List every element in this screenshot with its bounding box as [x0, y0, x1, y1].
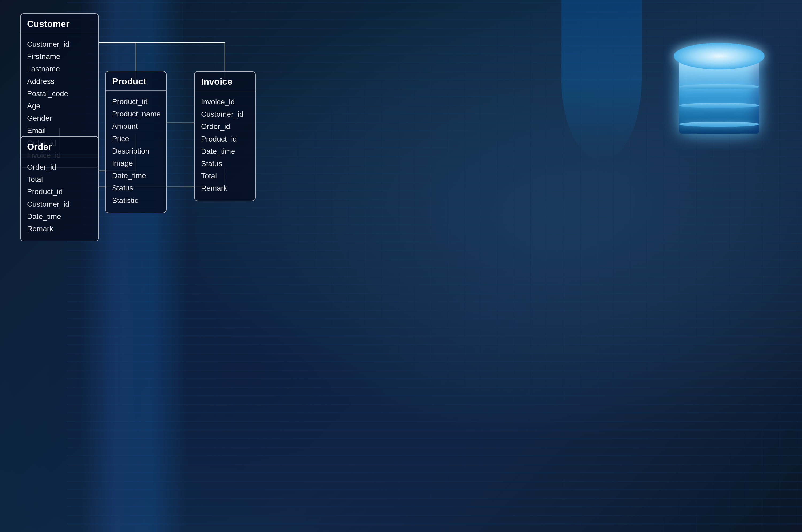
cylinder-ring-3 — [679, 121, 759, 127]
database-cylinder-icon — [674, 43, 765, 144]
product-field-8: Statistic — [112, 194, 160, 207]
product-box: Product Product_id Product_name Amount P… — [105, 71, 167, 213]
order-box: Order Order_id Total Product_id Customer… — [20, 136, 99, 242]
order-fields: Order_id Total Product_id Customer_id Da… — [21, 156, 98, 241]
order-title: Order — [21, 137, 98, 156]
customer-field-5: Age — [27, 100, 92, 112]
order-field-0: Order_id — [27, 161, 92, 173]
customer-field-0: Customer_id — [27, 38, 92, 51]
customer-field-6: Gender — [27, 112, 92, 125]
invoice-field-6: Total — [201, 170, 249, 182]
invoice-field-1: Customer_id — [201, 108, 249, 120]
invoice-fields: Invoice_id Customer_id Order_id Product_… — [195, 91, 255, 201]
customer-field-7: Email — [27, 125, 92, 137]
product-field-1: Product_name — [112, 108, 160, 120]
invoice-field-4: Date_time — [201, 145, 249, 157]
cylinder-top — [674, 43, 765, 70]
invoice-title: Invoice — [195, 72, 255, 91]
order-field-3: Customer_id — [27, 198, 92, 210]
invoice-field-3: Product_id — [201, 133, 249, 145]
invoice-field-2: Order_id — [201, 120, 249, 133]
customer-field-1: Firstname — [27, 51, 92, 63]
product-field-7: Status — [112, 182, 160, 194]
invoice-field-7: Remark — [201, 182, 249, 194]
invoice-box: Invoice Invoice_id Customer_id Order_id … — [194, 71, 256, 201]
product-fields: Product_id Product_name Amount Price Des… — [106, 91, 166, 213]
product-title: Product — [106, 71, 166, 91]
customer-title: Customer — [21, 14, 98, 33]
invoice-field-5: Status — [201, 157, 249, 170]
product-field-3: Price — [112, 133, 160, 145]
invoice-field-0: Invoice_id — [201, 96, 249, 108]
rack-cables — [561, 0, 642, 160]
customer-field-2: Lastname — [27, 63, 92, 75]
order-field-2: Product_id — [27, 186, 92, 198]
cylinder-ring-2 — [679, 103, 759, 108]
product-field-5: Image — [112, 157, 160, 170]
order-field-5: Remark — [27, 223, 92, 235]
product-field-0: Product_id — [112, 96, 160, 108]
cylinder-ring-1 — [679, 84, 759, 90]
product-field-4: Description — [112, 145, 160, 157]
customer-field-4: Postal_code — [27, 88, 92, 100]
product-field-2: Amount — [112, 120, 160, 132]
product-field-6: Date_time — [112, 170, 160, 182]
customer-field-3: Address — [27, 75, 92, 88]
order-field-1: Total — [27, 173, 92, 186]
order-field-4: Date_time — [27, 210, 92, 223]
